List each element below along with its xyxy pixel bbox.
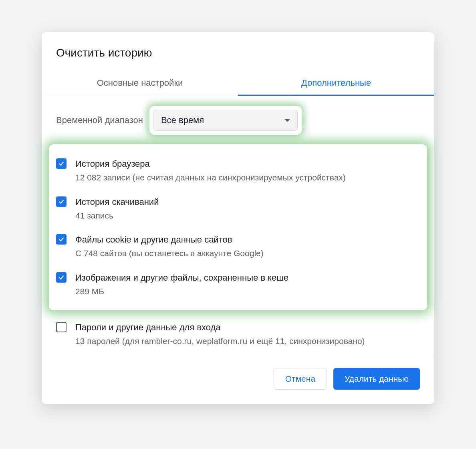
checkbox-download-history[interactable] <box>56 196 67 207</box>
option-row-cached-images[interactable]: Изображения и другие файлы, сохраненные … <box>56 265 420 303</box>
dialog-title: Очистить историю <box>42 32 434 71</box>
dialog-footer: Отмена Удалить данные <box>42 355 434 404</box>
option-row-cookies[interactable]: Файлы cookie и другие данные сайтов С 74… <box>56 227 420 265</box>
check-icon <box>58 160 65 167</box>
checkbox-cached-images[interactable] <box>56 272 67 283</box>
chevron-down-icon <box>284 119 290 122</box>
option-subtitle: 13 паролей (для rambler-co.ru, weplatfor… <box>75 335 420 348</box>
tab-advanced[interactable]: Дополнительные <box>238 71 434 96</box>
clear-history-dialog: Очистить историю Основные настройки Допо… <box>42 32 434 404</box>
option-title: История скачиваний <box>75 195 420 208</box>
time-range-highlight: Все время <box>149 106 302 135</box>
check-icon <box>58 198 65 205</box>
tabs: Основные настройки Дополнительные <box>42 71 434 96</box>
time-range-value: Все время <box>161 115 204 125</box>
checkbox-cookies[interactable] <box>56 234 67 245</box>
check-icon <box>58 274 65 281</box>
option-title: Пароли и другие данные для входа <box>75 321 420 334</box>
option-subtitle: 41 запись <box>75 209 420 222</box>
time-range-select[interactable]: Все время <box>153 110 298 131</box>
delete-data-button[interactable]: Удалить данные <box>333 368 420 390</box>
option-title: Изображения и другие файлы, сохраненные … <box>75 271 420 284</box>
checkbox-browsing-history[interactable] <box>56 158 67 169</box>
option-subtitle: 12 082 записи (не считая данных на синхр… <box>75 171 420 184</box>
option-row-passwords[interactable]: Пароли и другие данные для входа 13 паро… <box>42 315 434 353</box>
time-range-label: Временной диапазон <box>56 115 143 125</box>
option-row-browsing-history[interactable]: История браузера 12 082 записи (не счита… <box>56 152 420 190</box>
option-title: Файлы cookie и другие данные сайтов <box>75 233 420 246</box>
checkbox-passwords[interactable] <box>56 322 67 332</box>
options-highlight: История браузера 12 082 записи (не счита… <box>49 144 427 310</box>
option-row-download-history[interactable]: История скачиваний 41 запись <box>56 190 420 228</box>
time-range-row: Временной диапазон Все время <box>42 96 434 144</box>
option-subtitle: 289 МБ <box>75 285 420 298</box>
option-subtitle: С 748 сайтов (вы останетесь в аккаунте G… <box>75 247 420 260</box>
check-icon <box>58 236 65 243</box>
option-title: История браузера <box>75 157 420 170</box>
cancel-button[interactable]: Отмена <box>274 368 327 390</box>
tab-basic[interactable]: Основные настройки <box>42 71 238 96</box>
